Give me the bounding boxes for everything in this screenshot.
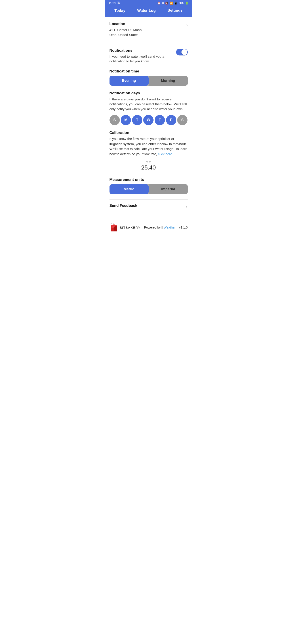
logo-bold: BIT <box>120 226 126 230</box>
time-display: 11:01 <box>109 1 116 5</box>
powered-by-label: Powered by <box>144 226 161 229</box>
day-wednesday[interactable]: W <box>143 115 154 125</box>
divider-1 <box>105 43 192 43</box>
calibration-section: Calibration If you know the flow rate of… <box>109 130 188 172</box>
nav-water-log[interactable]: Water Log <box>137 8 156 14</box>
status-right: ⏰ ✳ 🔇 📶 📱 80% 🔋 <box>157 2 188 5</box>
footer-powered: Powered by  Weather <box>144 226 175 230</box>
footer: BITBAKERY Powered by  Weather v1.1.0 <box>105 218 192 236</box>
battery-icon: 🔋 <box>185 2 189 5</box>
location-text-block: Location 41 E Center St, Moab Utah, Unit… <box>109 22 142 37</box>
measurement-units-segment: Metric Imperial <box>109 184 188 194</box>
status-bar: 11:01 🖼 ⏰ ✳ 🔇 📶 📱 80% 🔋 <box>105 0 192 6</box>
segment-metric[interactable]: Metric <box>109 184 149 194</box>
weather-link[interactable]: Weather <box>164 226 175 229</box>
notifications-header: Notifications <box>109 48 173 53</box>
calibration-header: Calibration <box>109 130 188 135</box>
day-tuesday[interactable]: T <box>132 115 142 125</box>
notifications-description: If you need to water, we'll send you a n… <box>109 54 173 64</box>
apple-icon:  <box>162 226 163 230</box>
svg-line-1 <box>113 223 113 224</box>
alarm-icon: ⏰ <box>157 2 161 5</box>
notification-days-description: If there are days you don't want to rece… <box>109 97 188 111</box>
location-chevron-icon[interactable]: › <box>186 22 188 28</box>
location-header: Location <box>109 22 142 26</box>
calibration-input-area: mm 25.40 <box>109 160 188 172</box>
logo-light: BAKERY <box>126 226 141 230</box>
measurement-units-section: Measurement units Metric Imperial <box>109 178 188 194</box>
mute-icon: 🔇 <box>165 2 169 5</box>
day-monday[interactable]: M <box>121 115 131 125</box>
notification-time-header: Notification time <box>109 69 188 74</box>
days-row: S M T W T F S <box>109 115 188 125</box>
svg-rect-6 <box>111 226 114 228</box>
notification-time-segment: Evening Morning <box>109 76 188 86</box>
status-left: 11:01 🖼 <box>109 1 120 5</box>
nav-bar: Today Water Log Settings <box>105 6 192 17</box>
calibration-link[interactable]: click here <box>158 152 172 156</box>
footer-version: v1.1.0 <box>179 226 188 229</box>
notifications-section: Notifications If you need to water, we'l… <box>109 48 188 64</box>
calibration-value-input[interactable]: 25.40 <box>133 164 164 172</box>
send-feedback-row[interactable]: Send Feedback › <box>109 200 188 213</box>
send-feedback-chevron-icon: › <box>186 204 188 209</box>
footer-logo: BITBAKERY <box>109 223 141 232</box>
notifications-toggle[interactable] <box>176 49 188 56</box>
location-section: Location 41 E Center St, Moab Utah, Unit… <box>109 22 188 37</box>
day-sunday[interactable]: S <box>109 115 120 125</box>
location-line1: 41 E Center St, Moab <box>109 28 142 32</box>
notifications-row: Notifications If you need to water, we'l… <box>109 48 188 64</box>
bluetooth-icon: ✳ <box>162 2 164 5</box>
signal-icon: 📱 <box>174 2 177 5</box>
wifi-icon: 📶 <box>170 2 173 5</box>
day-saturday[interactable]: S <box>177 115 188 125</box>
nav-today[interactable]: Today <box>114 8 125 14</box>
logo-text: BITBAKERY <box>120 226 141 230</box>
calibration-unit-label: mm <box>146 160 151 164</box>
photo-icon: 🖼 <box>117 1 120 5</box>
day-friday[interactable]: F <box>166 115 176 125</box>
svg-line-0 <box>112 224 112 225</box>
segment-morning[interactable]: Morning <box>149 76 188 86</box>
battery-display: 80% <box>179 2 184 5</box>
calibration-description: If you know the flow rate of your sprink… <box>109 136 188 156</box>
settings-content: Location 41 E Center St, Moab Utah, Unit… <box>105 17 192 218</box>
toggle-knob <box>181 49 187 55</box>
segment-evening[interactable]: Evening <box>109 76 149 86</box>
notification-days-header: Notification days <box>109 91 188 96</box>
location-line2: Utah, United States <box>109 32 142 37</box>
bitbakery-logo-icon <box>109 223 118 232</box>
segment-imperial[interactable]: Imperial <box>149 184 188 194</box>
location-row: Location 41 E Center St, Moab Utah, Unit… <box>109 22 188 37</box>
notification-time-section: Notification time Evening Morning <box>109 69 188 86</box>
send-feedback-label: Send Feedback <box>109 204 137 208</box>
notifications-text-block: Notifications If you need to water, we'l… <box>109 48 176 64</box>
notification-days-section: Notification days If there are days you … <box>109 91 188 125</box>
measurement-units-header: Measurement units <box>109 178 188 182</box>
day-thursday[interactable]: T <box>155 115 165 125</box>
calibration-text-body: If you know the flow rate of your sprink… <box>109 137 187 156</box>
nav-settings[interactable]: Settings <box>168 8 183 14</box>
